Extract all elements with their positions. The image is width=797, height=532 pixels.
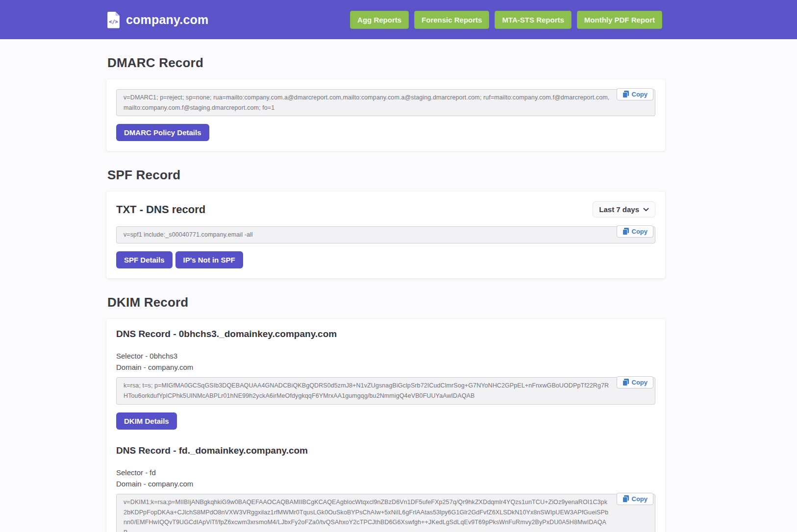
dkim-record-1-meta: Selector - 0bhchs3 Domain - company.com [116,350,655,373]
dmarc-record-box: v=DMARC1; p=reject; sp=none; rua=mailto:… [116,89,655,116]
nav-mta-sts-reports[interactable]: MTA-STS Reports [495,11,571,29]
copy-button-label: Copy [632,228,648,235]
dkim-record-2-title: DNS Record - fd._domainkey.company.com [116,445,655,456]
period-selector-value: Last 7 days [599,205,639,214]
main-content: DMARC Record v=DMARC1; p=reject; sp=none… [0,39,797,532]
dkim-details-button[interactable]: DKIM Details [116,412,177,430]
dkim-record-1-selector: Selector - 0bhchs3 [116,350,655,362]
spf-card-head: TXT - DNS record Last 7 days [116,201,655,218]
copy-button-label: Copy [632,495,648,503]
dkim-record-1-title: DNS Record - 0bhchs3._domainkey.company.… [116,329,655,339]
dkim-record-1-value: k=rsa; t=s; p=MIGfMA0GCSqGSIb3DQEBAQUAA4… [124,381,610,401]
dmarc-card: v=DMARC1; p=reject; sp=none; rua=mailto:… [106,79,665,151]
copy-icon [623,228,629,235]
nav-agg-reports[interactable]: Agg Reports [350,11,409,29]
nav-monthly-pdf-report[interactable]: Monthly PDF Report [577,11,662,29]
file-code-icon: </> [107,11,120,28]
spf-copy-button[interactable]: Copy [617,225,654,238]
dmarc-copy-button[interactable]: Copy [617,88,654,100]
copy-icon [623,379,629,386]
dkim-record-2-selector: Selector - fd [116,467,655,478]
copy-button-label: Copy [632,91,648,98]
dmarc-section-title: DMARC Record [107,55,665,71]
dkim-record-1-box: k=rsa; t=s; p=MIGfMA0GCSqGSIb3DQEBAQUAA4… [116,377,655,404]
svg-text:</>: </> [109,18,118,24]
dkim-record-2-meta: Selector - fd Domain - company.com [116,467,655,490]
spf-section-title: SPF Record [107,168,665,183]
dkim-record-2-box: v=DKIM1;k=rsa;p=MIIBIjANBgkqhkiG9w0BAQEF… [116,494,655,532]
copy-button-label: Copy [632,379,648,386]
dkim-record-2-copy-button[interactable]: Copy [617,493,654,505]
spf-record-box: v=spf1 include:_s00040771.company.email … [116,226,655,243]
copy-icon [623,91,629,98]
spf-button-row: SPF Details IP's Not in SPF [116,251,655,268]
dmarc-policy-details-button[interactable]: DMARC Policy Details [116,124,209,141]
app-header: </> company.com Agg Reports Forensic Rep… [0,0,797,39]
spf-card-title: TXT - DNS record [116,203,205,216]
brand-name: company.com [126,13,208,27]
spf-card: TXT - DNS record Last 7 days v=spf1 incl… [106,192,665,278]
spf-details-button[interactable]: SPF Details [116,251,173,268]
dkim-record-1-copy-button[interactable]: Copy [617,376,654,388]
chevron-down-icon [643,208,649,212]
nav-forensic-reports[interactable]: Forensic Reports [414,11,489,29]
dkim-section-title: DKIM Record [107,295,665,310]
ips-not-in-spf-button[interactable]: IP's Not in SPF [175,251,243,268]
dkim-record-1-domain: Domain - company.com [116,362,655,373]
dkim-card: DNS Record - 0bhchs3._domainkey.company.… [106,319,665,532]
dmarc-record-value: v=DMARC1; p=reject; sp=none; rua=mailto:… [124,93,610,113]
brand[interactable]: </> company.com [107,11,208,28]
copy-icon [623,495,629,503]
dkim-record-2-value: v=DKIM1;k=rsa;p=MIIBIjANBgkqhkiG9w0BAQEF… [124,497,610,532]
dkim-record-2-domain: Domain - company.com [116,478,655,489]
spf-record-value: v=spf1 include:_s00040771.company.email … [124,230,610,240]
header-nav: Agg Reports Forensic Reports MTA-STS Rep… [350,11,662,29]
period-selector[interactable]: Last 7 days [593,201,655,218]
